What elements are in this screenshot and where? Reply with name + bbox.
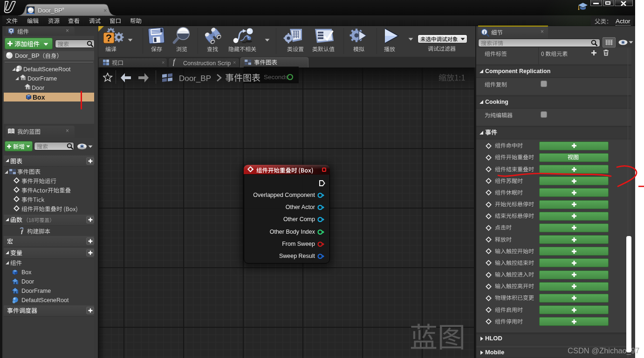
svg-text:f: f [21, 228, 24, 235]
svg-text:?: ? [106, 32, 112, 44]
